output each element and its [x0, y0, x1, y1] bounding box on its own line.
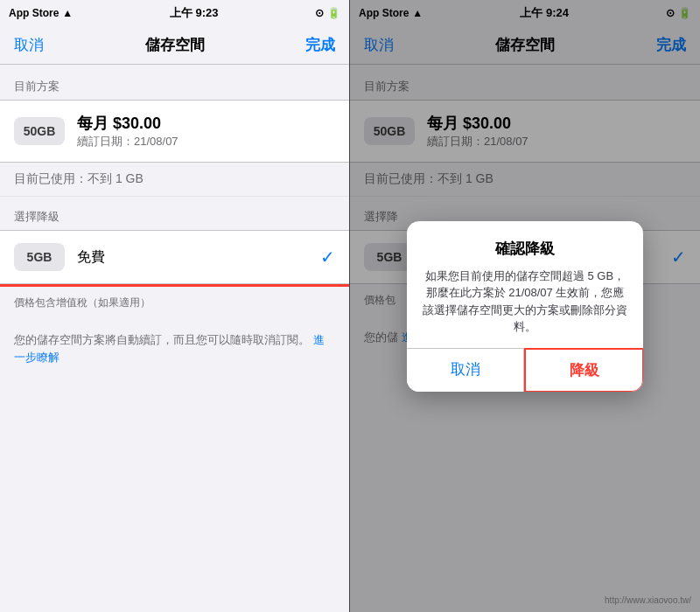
left-content: 目前方案 50GB 每月 $30.00 續訂日期：21/08/07 目前已使用：…	[0, 65, 349, 378]
dialog-confirm-button[interactable]: 降級	[524, 348, 643, 392]
left-time: 上午 9:23	[170, 5, 219, 21]
left-option-badge: 5GB	[14, 243, 65, 271]
left-plan-renew: 續訂日期：21/08/07	[77, 134, 178, 150]
left-footer-text: 您的儲存空間方案將自動續訂，而且您可以隨時取消訂閱。 進一步瞭解	[0, 319, 349, 378]
dialog-cancel-button[interactable]: 取消	[407, 349, 524, 392]
left-plan-card: 50GB 每月 $30.00 續訂日期：21/08/07	[0, 100, 349, 163]
left-plan-info: 每月 $30.00 續訂日期：21/08/07	[77, 113, 178, 150]
dialog-title: 確認降級	[421, 239, 629, 259]
left-status-left: App Store ▲	[9, 7, 73, 19]
left-done-button[interactable]: 完成	[305, 35, 335, 55]
dialog-overlay: 確認降級 如果您目前使用的儲存空間超過 5 GB，那麼在此方案於 21/08/0…	[350, 0, 700, 612]
left-app-store-label: App Store	[9, 7, 59, 19]
left-plan-price: 每月 $30.00	[77, 113, 178, 134]
left-status-right: ⊙ 🔋	[315, 7, 340, 19]
left-storage-badge: 50GB	[14, 117, 65, 145]
left-checkmark-icon: ✓	[320, 247, 335, 268]
left-current-plan-label: 目前方案	[0, 65, 349, 100]
left-nav-bar: 取消 儲存空間 完成	[0, 26, 349, 65]
left-footer-main: 您的儲存空間方案將自動續訂，而且您可以隨時取消訂閱。	[14, 333, 310, 346]
left-nav-title: 儲存空間	[145, 35, 205, 55]
left-signal-icon: ⊙	[315, 7, 324, 19]
left-status-bar: App Store ▲ 上午 9:23 ⊙ 🔋	[0, 0, 349, 26]
dialog-buttons: 取消 降級	[407, 348, 643, 392]
left-phone-panel: App Store ▲ 上午 9:23 ⊙ 🔋 取消 儲存空間 完成 目前方案 …	[0, 0, 350, 612]
dialog-message: 如果您目前使用的儲存空間超過 5 GB，那麼在此方案於 21/08/07 生效前…	[421, 268, 629, 336]
right-phone-panel: App Store ▲ 上午 9:24 ⊙ 🔋 取消 儲存空間 完成 目前方案 …	[350, 0, 700, 612]
left-usage-row: 目前已使用：不到 1 GB	[0, 163, 349, 197]
left-wifi-icon: ▲	[62, 7, 73, 19]
left-price-note: 價格包含增值稅（如果適用）	[0, 287, 349, 319]
left-downgrade-label: 選擇降級	[0, 197, 349, 230]
left-option-row[interactable]: 5GB 免費 ✓	[0, 230, 349, 284]
left-cancel-button[interactable]: 取消	[14, 35, 44, 55]
left-option-price: 免費	[77, 248, 105, 267]
dialog-body: 確認降級 如果您目前使用的儲存空間超過 5 GB，那麼在此方案於 21/08/0…	[407, 221, 643, 348]
left-battery-icon: 🔋	[327, 7, 340, 19]
confirm-dialog: 確認降級 如果您目前使用的儲存空間超過 5 GB，那麼在此方案於 21/08/0…	[407, 221, 643, 392]
